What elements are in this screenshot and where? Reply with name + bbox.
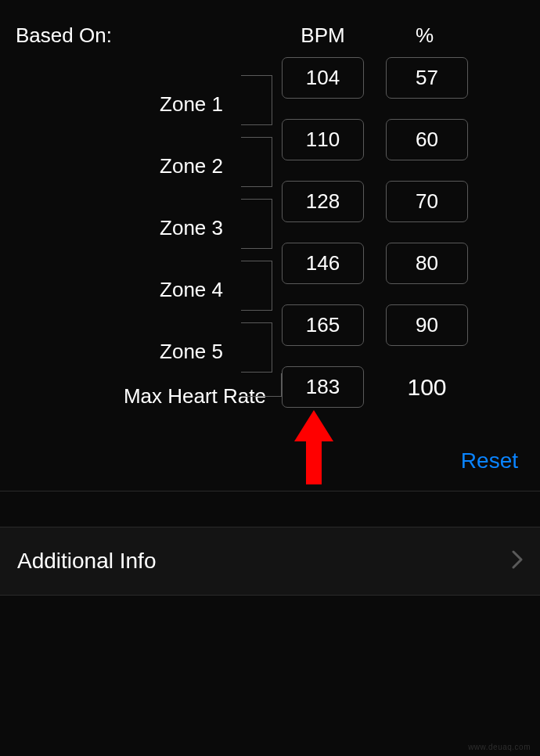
zone-5-label: Zone 5 (16, 340, 223, 364)
zone-bracket (241, 137, 272, 187)
watermark-text: www.deuaq.com (468, 743, 531, 751)
zone-5-pct-input[interactable]: 90 (386, 304, 468, 346)
zone-1-label: Zone 1 (16, 92, 223, 117)
zone-2-label: Zone 2 (16, 154, 223, 178)
zone-bracket (241, 373, 282, 397)
max-heart-rate-bpm-input[interactable]: 183 (282, 366, 364, 408)
column-header-percent: % (383, 23, 466, 48)
zone-4-pct-input[interactable]: 80 (386, 243, 468, 284)
zones-grid: Zone 1 Zone 2 Zone 3 Zone 4 Zone 5 Max H… (16, 57, 524, 417)
zone-2-bpm-input[interactable]: 110 (282, 119, 364, 160)
additional-info-label: Additional Info (17, 549, 156, 574)
zone-3-bpm-input[interactable]: 128 (282, 181, 364, 222)
zone-4-label: Zone 4 (16, 278, 223, 302)
zone-4-bpm-input[interactable]: 146 (282, 243, 364, 284)
based-on-label: Based On: (16, 23, 282, 48)
zone-1-low-pct-input[interactable]: 57 (386, 57, 468, 99)
zone-3-pct-input[interactable]: 70 (386, 181, 468, 222)
section-gap (0, 491, 540, 527)
zone-bracket (241, 322, 272, 373)
additional-info-row[interactable]: Additional Info (0, 527, 540, 596)
chevron-right-icon (512, 548, 523, 574)
zone-3-label: Zone 3 (16, 216, 223, 240)
reset-button[interactable]: Reset (461, 448, 518, 473)
column-header-bpm: BPM (282, 23, 364, 48)
zone-2-pct-input[interactable]: 60 (386, 119, 468, 160)
zone-bracket (241, 261, 272, 311)
max-heart-rate-pct-value: 100 (386, 374, 468, 401)
zone-5-bpm-input[interactable]: 165 (282, 304, 364, 346)
max-heart-rate-label: Max Heart Rate (16, 384, 266, 409)
zone-bracket (241, 199, 272, 249)
zone-bracket (241, 75, 272, 125)
zone-1-low-bpm-input[interactable]: 104 (282, 57, 364, 99)
